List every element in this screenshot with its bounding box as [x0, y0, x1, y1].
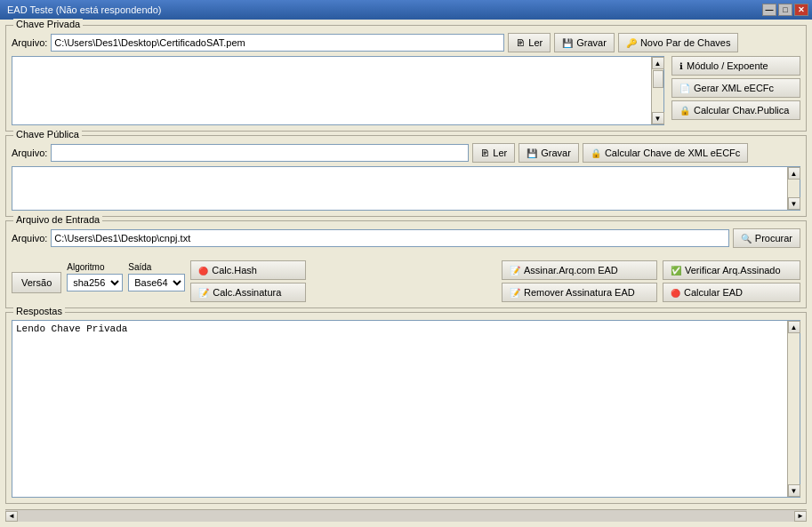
calc-buttons-group: Calc.Hash Calc.Assinatura: [190, 260, 306, 302]
chave-publica-arquivo-label: Arquivo:: [12, 148, 47, 158]
vscroll-down-resp[interactable]: ▼: [788, 484, 800, 497]
chave-privada-group: Chave Privada Arquivo: Ler Gravar Novo P…: [5, 25, 807, 132]
main-content: Chave Privada Arquivo: Ler Gravar Novo P…: [0, 20, 812, 527]
hscroll-track: [18, 511, 794, 522]
chave-publica-content-area: ▲ ▼: [12, 166, 800, 211]
verify-icon: [671, 265, 681, 275]
sign-icon-calc: [198, 287, 209, 298]
gerar-xml-button[interactable]: Gerar XML eECFc: [671, 78, 800, 98]
chave-privada-arquivo-label: Arquivo:: [12, 37, 47, 48]
chave-publica-row: Arquivo: Ler Gravar Calcular Chave de XM…: [12, 143, 800, 163]
hscroll-right[interactable]: ►: [794, 511, 807, 522]
respostas-textarea[interactable]: [12, 321, 787, 497]
saida-select[interactable]: Base64 Hex: [128, 274, 185, 291]
algoritmo-group: Algoritmo sha256 sha512 md5: [67, 262, 123, 291]
chave-privada-right-buttons: Módulo / Expoente Gerar XML eECFc Calcul…: [671, 56, 800, 125]
minimize-button[interactable]: —: [762, 4, 776, 16]
calcular-ead-button[interactable]: Calcular EAD: [663, 283, 800, 302]
chave-privada-arquivo-input[interactable]: [51, 34, 504, 52]
bottom-scrollbar[interactable]: ◄ ►: [5, 509, 807, 522]
ead-buttons-left: Assinar.Arq.com EAD Remover Assinatura E…: [502, 260, 657, 302]
key-icon: [626, 37, 637, 48]
hscroll-left[interactable]: ◄: [5, 511, 18, 522]
maximize-button[interactable]: □: [778, 4, 792, 16]
vscroll-up-resp[interactable]: ▲: [788, 321, 800, 333]
calc-icon: [679, 105, 690, 116]
chave-privada-ler-button[interactable]: Ler: [508, 33, 551, 52]
modulo-expoente-button[interactable]: Módulo / Expoente: [671, 56, 800, 76]
vscroll-up-pub[interactable]: ▲: [788, 167, 800, 180]
chave-publica-ler-button[interactable]: Ler: [472, 143, 515, 163]
remover-assinatura-button[interactable]: Remover Assinatura EAD: [502, 283, 657, 302]
read-icon-pub: [480, 148, 489, 158]
saida-label: Saída: [128, 262, 185, 272]
info-icon: [679, 60, 683, 71]
title-bar: EAD Teste (Não está respondendo) — □ ✕: [0, 0, 812, 20]
chave-publica-group: Chave Pública Arquivo: Ler Gravar Calcul…: [5, 135, 807, 217]
chave-publica-vscroll[interactable]: ▲ ▼: [787, 167, 800, 210]
xml-icon: [679, 83, 690, 93]
arquivo-entrada-group: Arquivo de Entrada Arquivo: Procurar Ver…: [5, 220, 807, 308]
ead-buttons-right: Verificar Arq.Assinado Calcular EAD: [663, 260, 800, 302]
chave-privada-textarea[interactable]: [12, 57, 651, 124]
chave-privada-content-area: ▲ ▼: [12, 56, 664, 125]
respostas-vscroll[interactable]: ▲ ▼: [787, 321, 800, 497]
calcular-chav-publica-button[interactable]: Calcular Chav.Publica: [671, 100, 800, 120]
vscroll-thumb[interactable]: [653, 70, 663, 88]
save-icon-pub: [527, 148, 537, 158]
verificar-arq-button[interactable]: Verificar Arq.Assinado: [663, 260, 800, 280]
calc-xml-icon: [591, 148, 601, 158]
chave-publica-legend: Chave Pública: [13, 129, 82, 140]
versao-button[interactable]: Versão: [12, 272, 61, 293]
chave-privada-arquivo-row: Arquivo: Ler Gravar Novo Par de Chaves: [12, 33, 800, 52]
operations-row: Versão Algoritmo sha256 sha512 md5 Saída…: [12, 252, 800, 302]
title-bar-buttons: — □ ✕: [762, 4, 808, 16]
arquivo-entrada-row: Arquivo: Procurar: [12, 228, 800, 248]
chave-privada-vscroll[interactable]: ▲ ▼: [651, 57, 663, 124]
browse-icon: [741, 233, 752, 244]
procurar-button[interactable]: Procurar: [733, 228, 800, 248]
saida-group: Saída Base64 Hex: [128, 262, 185, 291]
chave-publica-textarea[interactable]: [12, 167, 787, 210]
close-button[interactable]: ✕: [794, 4, 808, 16]
calc-hash-button[interactable]: Calc.Hash: [190, 260, 306, 280]
save-icon: [562, 37, 573, 48]
algoritmo-select[interactable]: sha256 sha512 md5: [67, 274, 123, 291]
calcead-icon: [671, 287, 680, 298]
respostas-content-area: ▲ ▼: [12, 320, 800, 498]
calc-assinatura-button[interactable]: Calc.Assinatura: [190, 283, 306, 302]
title-bar-title: EAD Teste (Não está respondendo): [7, 4, 161, 15]
novo-par-chaves-button[interactable]: Novo Par de Chaves: [618, 33, 739, 52]
hash-icon: [198, 265, 208, 275]
vscroll-down[interactable]: ▼: [652, 112, 664, 124]
chave-privada-legend: Chave Privada: [13, 19, 83, 29]
chave-publica-arquivo-input[interactable]: [51, 144, 469, 162]
arquivo-entrada-label: Arquivo:: [12, 233, 47, 244]
chave-publica-gravar-button[interactable]: Gravar: [519, 143, 579, 163]
remove-icon: [510, 287, 520, 298]
sign-icon: [510, 265, 520, 275]
vscroll-down-pub[interactable]: ▼: [788, 197, 800, 210]
arquivo-entrada-legend: Arquivo de Entrada: [13, 214, 102, 225]
chave-privada-gravar-button[interactable]: Gravar: [554, 33, 615, 52]
respostas-group: Respostas ▲ ▼: [5, 312, 807, 504]
arquivo-entrada-input[interactable]: [51, 229, 728, 247]
respostas-legend: Respostas: [13, 306, 65, 316]
algoritmo-label: Algoritmo: [67, 262, 123, 272]
assinar-arq-button[interactable]: Assinar.Arq.com EAD: [502, 260, 657, 280]
vscroll-up[interactable]: ▲: [652, 57, 664, 69]
calc-chave-xml-button[interactable]: Calcular Chave de XML eECFc: [583, 143, 748, 163]
read-icon: [516, 37, 525, 48]
